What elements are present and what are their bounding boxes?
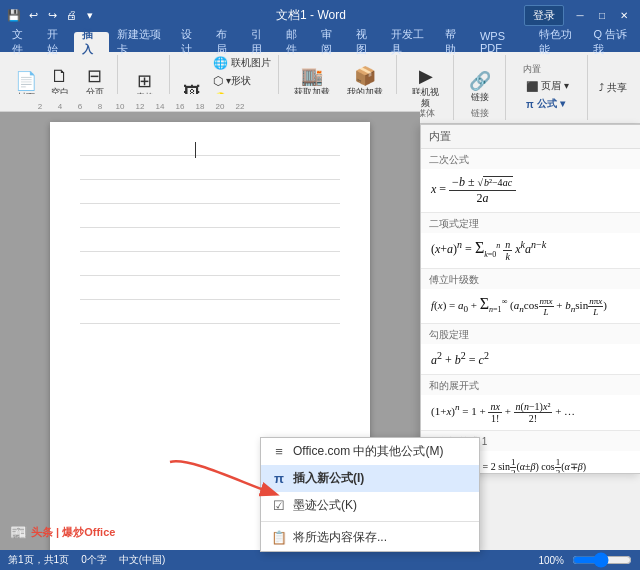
tab-insert[interactable]: 插入 [74,32,109,52]
blank-icon: 🗋 [51,67,69,85]
menu-item-ink-formula[interactable]: ☑ 墨迹公式(K) [261,492,479,519]
online-pic-btn[interactable]: 🌐 联机图片 [210,55,274,71]
link-icon: 🔗 [469,72,491,90]
watermark-brand: 头条 | 爆炒Office [31,525,115,540]
menu-item-insert-formula[interactable]: π 插入新公式(I) [261,465,479,492]
doc-line-4 [80,214,340,228]
formula-box-quadratic[interactable]: x = −b ± √b²−4ac 2a [421,169,640,212]
status-words: 0个字 [81,553,107,567]
share-icon: ⤴ [599,82,604,93]
quick-access-toolbar: 💾 ↩ ↪ 🖨 ▾ [6,7,98,23]
status-lang: 中文(中国) [119,553,166,567]
formula-dropdown-menu: ≡ Office.com 中的其他公式(M) π 插入新公式(I) ☑ 墨迹公式… [260,437,480,552]
tab-tell[interactable]: Q 告诉我 [585,32,640,52]
maximize-btn[interactable]: □ [592,6,612,24]
menu-item-save-selection[interactable]: 📋 将所选内容保存... [261,524,479,551]
tab-file[interactable]: 文件 [4,32,39,52]
ribbon-group-links: 🔗 链接 链接 [456,55,506,120]
formula-section-binomial: 二项式定理 (x+a)n = Σk=0n n k xkan−k [421,213,640,269]
formula-btn[interactable]: π 公式 ▾ [523,96,572,112]
break-icon: ⊟ [87,67,102,85]
ribbon-group-header: 内置 ⬛ 页眉 ▾ π 公式 ▾ [508,55,588,120]
formula-section-quadratic: 二次公式 x = −b ± √b²−4ac 2a [421,149,640,213]
formula-box-fourier[interactable]: f(x) = a0 + Σn=1∞ (ancos nπx L + bnsin n… [421,289,640,323]
tab-developer[interactable]: 开发工具 [383,32,437,52]
get-addins-icon: 🏬 [301,67,323,85]
formula-title-binomial: 二项式定理 [421,213,640,233]
online-pic-icon: 🌐 [213,56,228,70]
window-controls: ─ □ ✕ [570,6,634,24]
formula-title-quadratic: 二次公式 [421,149,640,169]
doc-line-5 [80,238,340,252]
horizontal-ruler: 2 4 6 8 10 12 14 16 18 20 22 [0,94,420,112]
share-btn[interactable]: ⤴ 共享 [596,80,630,96]
menu-item-office-formulas[interactable]: ≡ Office.com 中的其他公式(M) [261,438,479,465]
video-icon: ▶ [419,67,433,85]
formula-math-binomial: (x+a)n = Σk=0n n k xkan−k [431,239,630,262]
doc-line-6 [80,262,340,276]
menu-divider [261,521,479,522]
save-qat-btn[interactable]: 💾 [6,7,22,23]
minimize-btn[interactable]: ─ [570,6,590,24]
ribbon-tab-bar: 文件 开始 插入 新建选项卡 设计 布局 引用 邮件 审阅 视图 开发工具 帮助… [0,30,640,52]
watermark-area: 📰 头条 | 爆炒Office [10,524,115,540]
formula-math-fourier: f(x) = a0 + Σn=1∞ (ancos nπx L + bnsin n… [431,295,630,317]
formula-title-fourier: 傅立叶级数 [421,269,640,289]
tab-review[interactable]: 审阅 [313,32,348,52]
window-title: 文档1 - Word [98,7,524,24]
ruler-marks: 2 4 6 8 10 12 14 16 18 20 22 [0,102,250,111]
pi-menu-icon: π [271,471,287,486]
login-button[interactable]: 登录 [524,5,564,26]
header-btn[interactable]: ⬛ 页眉 ▾ [523,78,572,94]
undo-qat-btn[interactable]: ↩ [25,7,41,23]
shapes-btn[interactable]: ⬡ ▾形状 [210,73,274,89]
print-qat-btn[interactable]: 🖨 [63,7,79,23]
tab-view[interactable]: 视图 [348,32,383,52]
formula-math-expansion: (1+x)n = 1 + nx 1! + n(n−1)x² 2! + … [431,401,630,424]
formula-math-quadratic: x = −b ± √b²−4ac 2a [431,175,630,206]
tab-newtab[interactable]: 新建选项卡 [109,32,173,52]
close-btn[interactable]: ✕ [614,6,634,24]
formula-math-pythagorean: a2 + b2 = c2 [431,350,630,368]
formula-title-pythagorean: 勾股定理 [421,324,640,344]
formula-panel-header: 内置 [421,125,640,149]
tab-design[interactable]: 设计 [173,32,208,52]
zoom-slider[interactable] [572,554,632,566]
formula-box-binomial[interactable]: (x+a)n = Σk=0n n k xkan−k [421,233,640,268]
ink-icon: ☑ [271,498,287,513]
built-in-label: 内置 [523,63,572,76]
doc-line-1 [80,142,340,156]
tab-ref[interactable]: 引用 [243,32,278,52]
tab-home[interactable]: 开始 [39,32,74,52]
header-buttons: 内置 ⬛ 页眉 ▾ π 公式 ▾ [523,55,572,120]
shapes-icon: ⬡ [213,74,223,88]
tab-features[interactable]: 特色功能 [531,32,585,52]
formula-section-pythagorean: 勾股定理 a2 + b2 = c2 [421,324,640,375]
toutiao-icon: 📰 [10,524,27,540]
formula-box-expansion[interactable]: (1+x)n = 1 + nx 1! + n(n−1)x² 2! + … [421,395,640,430]
formula-title-expansion: 和的展开式 [421,375,640,395]
tab-help[interactable]: 帮助 [437,32,472,52]
save-sel-icon: 📋 [271,530,287,545]
tab-layout[interactable]: 布局 [208,32,243,52]
text-cursor [195,142,196,158]
redo-qat-btn[interactable]: ↪ [44,7,60,23]
formula-panel: 内置 二次公式 x = −b ± √b²−4ac 2a 二项式定理 (x+a)n… [420,124,640,474]
doc-line-8 [80,310,340,324]
doc-line-3 [80,190,340,204]
table-icon: ⊞ [137,72,152,90]
tab-mail[interactable]: 邮件 [278,32,313,52]
my-addins-icon: 📦 [354,67,376,85]
formula-section-expansion: 和的展开式 (1+x)n = 1 + nx 1! + n(n−1)x² 2! +… [421,375,640,431]
more-qat-btn[interactable]: ▾ [82,7,98,23]
status-bar: 第1页，共1页 0个字 中文(中国) 100% [0,550,640,570]
formula-box-pythagorean[interactable]: a2 + b2 = c2 [421,344,640,374]
cover-icon: 📄 [15,72,37,90]
office-formulas-icon: ≡ [271,444,287,459]
doc-line-2 [80,166,340,180]
status-zoom: 100% [538,555,564,566]
tab-wpspdf[interactable]: WPS PDF [472,32,531,52]
links-label: 链接 [456,107,505,120]
title-bar: 💾 ↩ ↪ 🖨 ▾ 文档1 - Word 登录 ─ □ ✕ [0,0,640,30]
status-page: 第1页，共1页 [8,553,69,567]
